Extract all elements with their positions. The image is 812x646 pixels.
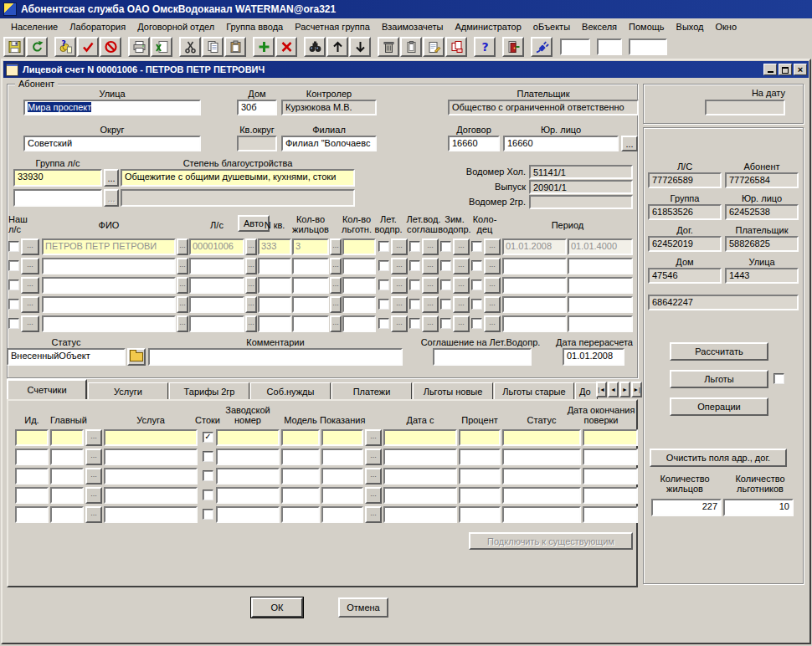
fio-cell[interactable] — [42, 258, 176, 274]
winter-water-checkbox[interactable] — [440, 260, 451, 271]
tab[interactable]: Счетчики — [7, 379, 87, 399]
contract-field[interactable]: 16660 — [448, 136, 500, 151]
menu-item[interactable]: Группа ввода — [220, 20, 289, 33]
service-cell[interactable] — [104, 506, 198, 523]
period-from-cell[interactable] — [502, 277, 567, 294]
model-cell[interactable] — [281, 449, 320, 465]
readings-cell[interactable] — [321, 429, 363, 446]
move-down-button[interactable] — [349, 37, 371, 57]
menu-item[interactable]: оБъекты — [527, 20, 576, 33]
copies-button[interactable] — [445, 37, 467, 57]
commit-button[interactable] — [77, 37, 99, 57]
ls-lookup-button[interactable] — [245, 315, 257, 332]
main-cell[interactable] — [50, 487, 84, 504]
fio-lookup-button[interactable] — [177, 238, 188, 255]
menu-item[interactable]: Население — [5, 20, 64, 33]
delete-record-button[interactable] — [275, 37, 297, 57]
tab-scroll-prev-icon[interactable]: ◄ — [608, 382, 619, 397]
service-browse-button[interactable] — [85, 487, 102, 504]
tab-scroll-first-icon[interactable]: |◄ — [596, 382, 607, 397]
date-browse-button[interactable] — [365, 487, 382, 504]
kv-cell[interactable] — [258, 315, 291, 332]
tab[interactable]: Льготы новые — [413, 382, 493, 399]
residents-lookup-button[interactable] — [330, 258, 342, 274]
percent-cell[interactable] — [459, 429, 501, 446]
group-ls2-browse-button[interactable]: ... — [104, 189, 119, 207]
period-from-cell[interactable] — [502, 258, 567, 274]
residents-lookup-button[interactable] — [330, 277, 342, 294]
date-from-cell[interactable] — [383, 468, 457, 484]
summer-water-button[interactable] — [391, 296, 408, 313]
tab[interactable]: Услуги — [88, 382, 168, 399]
jur-person-browse-button[interactable]: ... — [621, 136, 638, 151]
menu-item[interactable]: Лаборатория — [64, 20, 131, 33]
tab[interactable]: Соб.нужды — [250, 382, 331, 399]
check-end-cell[interactable] — [583, 468, 638, 484]
move-up-button[interactable] — [326, 37, 348, 57]
menu-item[interactable]: Договорной отдел — [131, 20, 220, 33]
period-from-cell[interactable] — [502, 296, 567, 313]
tab[interactable]: До — [575, 382, 598, 399]
summer-agreement-checkbox[interactable] — [409, 241, 420, 252]
kv-cell[interactable]: 333 — [258, 238, 291, 255]
summer-water-button[interactable] — [391, 258, 408, 274]
id-cell[interactable] — [15, 506, 49, 523]
summer-agreement-checkbox[interactable] — [409, 318, 420, 329]
fio-browse-button[interactable] — [21, 315, 39, 332]
ok-button[interactable]: ОК — [251, 597, 303, 618]
winter-water-button[interactable] — [453, 315, 470, 332]
well-button[interactable] — [484, 296, 501, 313]
status-cell[interactable] — [502, 429, 581, 446]
menu-item[interactable]: Администратор — [449, 20, 527, 33]
group-ls-browse-button[interactable]: ... — [104, 169, 119, 187]
status-field[interactable]: ВнесенныйОбъект — [7, 348, 126, 366]
drains-checkbox[interactable] — [203, 432, 213, 443]
ls-cell[interactable] — [189, 296, 244, 313]
well-checkbox[interactable] — [471, 279, 482, 290]
well-checkbox[interactable] — [471, 299, 482, 310]
summer-agreement-button[interactable] — [422, 277, 439, 294]
beneficiaries-count-cell[interactable] — [342, 277, 376, 294]
well-button[interactable] — [484, 277, 501, 294]
service-browse-button[interactable] — [85, 449, 102, 465]
beneficiaries-count-cell[interactable] — [342, 238, 376, 255]
status-cell[interactable] — [502, 468, 581, 484]
readings-cell[interactable] — [321, 506, 363, 523]
date-browse-button[interactable] — [365, 468, 382, 484]
district-field[interactable]: Советский — [23, 136, 201, 151]
check-end-cell[interactable] — [583, 449, 638, 465]
residents-lookup-button[interactable] — [330, 238, 342, 255]
street-field[interactable]: Мира проспект — [23, 100, 201, 115]
period-to-cell[interactable] — [568, 258, 633, 274]
winter-water-checkbox[interactable] — [440, 299, 451, 310]
main-cell[interactable] — [50, 468, 84, 484]
summer-water-checkbox[interactable] — [378, 241, 389, 252]
summer-agreement-button[interactable] — [422, 238, 439, 255]
summer-water-checkbox[interactable] — [378, 279, 389, 290]
operations-button[interactable]: Операции — [670, 397, 768, 416]
check-end-cell[interactable] — [583, 487, 638, 504]
ls-lookup-button[interactable] — [245, 277, 257, 294]
period-to-cell[interactable]: 01.01.4000 — [568, 238, 633, 255]
percent-cell[interactable] — [459, 487, 501, 504]
period-to-cell[interactable] — [568, 277, 633, 294]
help-button[interactable]: ? — [474, 37, 496, 57]
residents-count-cell[interactable] — [292, 277, 329, 294]
benefits-button[interactable]: Льготы — [670, 370, 768, 388]
summer-agreement-button[interactable] — [422, 258, 439, 274]
residents-count-cell[interactable]: 3 — [292, 238, 329, 255]
query-button[interactable]: ? — [54, 37, 76, 57]
well-button[interactable] — [484, 238, 501, 255]
readings-cell[interactable] — [321, 449, 363, 465]
minimize-button[interactable] — [763, 64, 777, 75]
recalc-date-field[interactable]: 01.01.2008 — [563, 348, 624, 366]
service-browse-button[interactable] — [85, 506, 102, 523]
fio-cell[interactable] — [42, 315, 176, 332]
winter-water-button[interactable] — [453, 258, 470, 274]
drains-checkbox[interactable] — [203, 490, 213, 500]
tab-scroll-next-icon[interactable]: ► — [619, 382, 630, 397]
well-button[interactable] — [484, 315, 501, 332]
percent-cell[interactable] — [459, 468, 501, 484]
residents-lookup-button[interactable] — [330, 296, 342, 313]
well-checkbox[interactable] — [471, 260, 482, 271]
